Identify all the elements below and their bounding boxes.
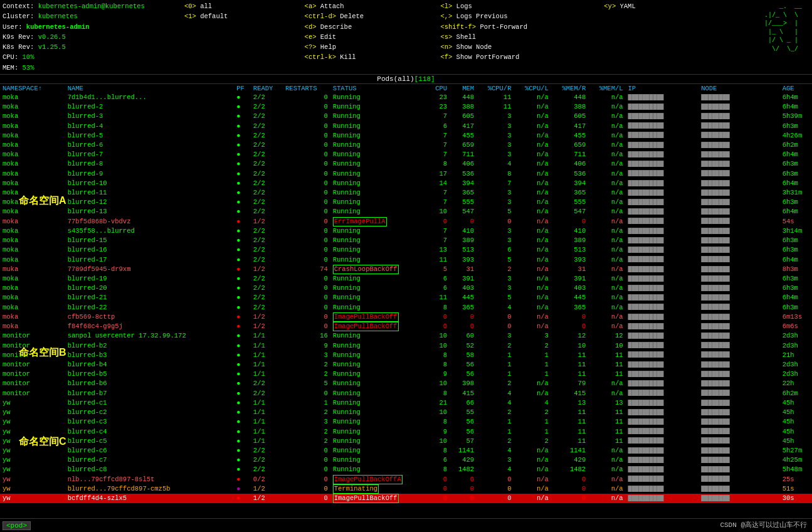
table-row[interactable]: moka blurred-9 ● 2/2 0 Running 17 536 8 … — [0, 169, 812, 179]
cell-ip: ██████████ — [626, 226, 699, 236]
table-row[interactable]: yw blurred-c4 ● 1/1 2 Running 9 56 1 1 1… — [0, 427, 812, 437]
table-row[interactable]: moka blurred-13 ● 2/2 0 Running 10 547 5… — [0, 207, 812, 216]
table-row[interactable]: moka blurred-2 ● 2/2 0 Running 23 388 11… — [0, 102, 812, 112]
cell-status: Running — [330, 370, 428, 379]
table-row[interactable]: moka blurred-15 ● 2/2 0 Running 7 389 3 … — [0, 236, 812, 245]
table-row[interactable]: moka blurred-19 ● 2/2 0 Running 6 391 3 … — [0, 274, 812, 284]
table-row[interactable]: moka f84f68c4-g9g5j ● 1/2 0 ImagePullBac… — [0, 322, 812, 331]
table-row[interactable]: moka blurred-22 ● 2/2 0 Running 8 365 4 … — [0, 303, 812, 312]
table-row[interactable]: moka blurred-21 ● 2/2 0 Running 11 445 5… — [0, 293, 812, 302]
cell-mem: 1482 — [450, 465, 477, 474]
table-row[interactable]: moka blurred-5 ● 2/2 0 Running 7 455 3 n… — [0, 131, 812, 141]
table-row[interactable]: yw blurred-c2 ● 1/1 2 Running 10 55 2 2 … — [0, 408, 812, 417]
cell-age: 6h3m — [780, 274, 812, 284]
cell-node: ████████ — [699, 284, 780, 293]
cell-ip: ██████████ — [626, 455, 699, 465]
table-row[interactable]: yw blurred-c3 ● 1/1 3 Running 8 56 1 1 1… — [0, 417, 812, 427]
table-row[interactable]: yw blurred-c1 ● 1/1 1 Running 21 66 4 4 … — [0, 398, 812, 408]
cell-pf: ● — [234, 217, 251, 226]
namespace-b-label: 命名空间B — [19, 346, 66, 359]
cell-mem: 711 — [450, 150, 477, 159]
cell-cpu: 11 — [428, 255, 450, 265]
cell-ready: 2/2 — [251, 255, 283, 265]
table-row[interactable]: yw blurred-c5 ● 1/1 2 Running 10 57 2 2 … — [0, 437, 812, 446]
cell-cpu: 7 — [428, 150, 450, 159]
table-row[interactable]: moka 7d1b4d1...blurred... ● 2/2 0 Runnin… — [0, 93, 812, 102]
table-row[interactable]: yw blurred-c6 ● 2/2 0 Running 8 1141 4 n… — [0, 446, 812, 455]
cell-restarts: 2 — [283, 408, 330, 417]
table-row[interactable]: moka blurred-6 ● 2/2 0 Running 7 659 3 n… — [0, 141, 812, 150]
cell-restarts: 3 — [283, 351, 330, 360]
cell-restarts: 0 — [283, 122, 330, 131]
cell-age: 6h4m — [780, 179, 812, 188]
table-row[interactable]: monitor blurred-b5 ● 1/1 2 Running 9 56 … — [0, 370, 812, 379]
cell-empty — [228, 446, 234, 455]
cell-empty — [228, 150, 234, 159]
table-row[interactable]: moka blurred-17 ● 2/2 0 Running 11 393 5… — [0, 255, 812, 265]
table-row[interactable]: yw nlb...79cffcd897-8sl5t ● 0/2 0 ImageP… — [0, 475, 812, 484]
table-row[interactable]: moka 77bf5d868b-vbdvz ● 1/2 0 ErrImagePu… — [0, 217, 812, 226]
cell-empty — [228, 226, 234, 236]
cell-age: 45h — [780, 408, 812, 417]
cell-mem: 394 — [450, 179, 477, 188]
title-bar: Pods(all)[118] — [0, 74, 812, 84]
table-row[interactable]: moka blurred-8 ● 2/2 0 Running 8 406 4 n… — [0, 159, 812, 169]
table-row[interactable]: yw bcfdff4d4-szlx5 ● 1/2 0 ImagePullBack… — [0, 494, 812, 503]
table-row[interactable]: monitor blurred-b2 ● 1/1 9 Running 10 52… — [0, 341, 812, 351]
cell-memR: 389 — [551, 236, 588, 245]
cell-cpuR: 3 — [477, 122, 514, 131]
table-row[interactable]: moka blurred-11 ● 2/2 0 Running 7 365 3 … — [0, 188, 812, 198]
cell-pf: ● — [234, 245, 251, 255]
table-row[interactable]: monitor sanpol usercenter 17.32.99.172 ●… — [0, 331, 812, 341]
table-row[interactable]: moka blurred-7 ● 2/2 0 Running 7 711 3 n… — [0, 150, 812, 159]
cell-pf: ● — [234, 437, 251, 446]
cell-age: 2d3h — [780, 360, 812, 370]
cell-ready: 1/2 — [251, 494, 283, 503]
table-row[interactable]: moka blurred-12 ● 2/2 0 Running 7 555 3 … — [0, 198, 812, 207]
table-row[interactable]: monitor blurred-b3 ● 1/1 3 Running 8 58 … — [0, 351, 812, 360]
cell-age: 6h4m — [780, 293, 812, 302]
table-row[interactable]: muka 7789df5945-dr9xm ● 1/2 74 CrashLoop… — [0, 265, 812, 274]
cell-node: ████████ — [699, 455, 780, 465]
cell-node: ████████ — [699, 141, 780, 150]
cell-status: Running — [330, 141, 428, 150]
table-row[interactable]: yw blurred-c7 ● 2/2 0 Running 6 429 3 n/… — [0, 455, 812, 465]
cell-status: Running — [330, 351, 428, 360]
table-row[interactable]: moka blurred-20 ● 2/2 0 Running 6 403 3 … — [0, 284, 812, 293]
cell-status: Running — [330, 389, 428, 398]
cell-memL: 11 — [588, 351, 625, 360]
table-row[interactable]: yw blurred...79cffcd897-cmz5b ● 1/2 0 Te… — [0, 484, 812, 494]
cell-memL: n/a — [588, 226, 625, 236]
cell-name: blurred-13 — [65, 207, 228, 216]
table-row[interactable]: yw blurred-c8 ● 2/2 0 Running 8 1482 4 n… — [0, 465, 812, 474]
cell-memL: n/a — [588, 265, 625, 274]
cell-cpuR: 8 — [477, 169, 514, 179]
table-row[interactable]: monitor blurred-b6 ● 2/2 5 Running 10 39… — [0, 379, 812, 388]
cell-empty — [228, 408, 234, 417]
cell-restarts: 2 — [283, 427, 330, 437]
cell-memR: 11 — [551, 408, 588, 417]
cell-memL: 11 — [588, 360, 625, 370]
table-row[interactable]: moka blurred-4 ● 2/2 0 Running 6 417 3 n… — [0, 122, 812, 131]
cell-ready: 1/2 — [251, 265, 283, 274]
table-row[interactable]: moka s435f58...blurred ● 2/2 0 Running 7… — [0, 226, 812, 236]
cell-cpuL: 2 — [514, 341, 551, 351]
table-row[interactable]: moka blurred-16 ● 2/2 0 Running 13 513 6… — [0, 245, 812, 255]
cell-cpu: 5 — [428, 265, 450, 274]
cell-age: 45h — [780, 437, 812, 446]
col-pf — [228, 84, 234, 93]
cell-restarts: 0 — [283, 226, 330, 236]
cell-namespace: moka — [0, 150, 65, 159]
table-row[interactable]: monitor blurred-b4 ● 1/1 2 Running 8 56 … — [0, 360, 812, 370]
table-row[interactable]: moka cfb569-8cttp ● 1/2 0 ImagePullBackO… — [0, 312, 812, 322]
table-row[interactable]: moka blurred-10 ● 2/2 0 Running 14 394 7… — [0, 179, 812, 188]
cell-restarts: 2 — [283, 370, 330, 379]
cell-pf: ● — [234, 169, 251, 179]
cell-pf: ● — [234, 274, 251, 284]
table-row[interactable]: monitor blurred-b7 ● 2/2 0 Running 8 415… — [0, 389, 812, 398]
cell-mem: 0 — [450, 484, 477, 494]
cell-age: 5h48m — [780, 465, 812, 474]
cell-node: ████████ — [699, 322, 780, 331]
table-row[interactable]: moka blurred-3 ● 2/2 0 Running 7 605 3 n… — [0, 112, 812, 121]
table-container[interactable]: NAMESPACE↑ NAME PF READY RESTARTS STATUS… — [0, 84, 812, 518]
